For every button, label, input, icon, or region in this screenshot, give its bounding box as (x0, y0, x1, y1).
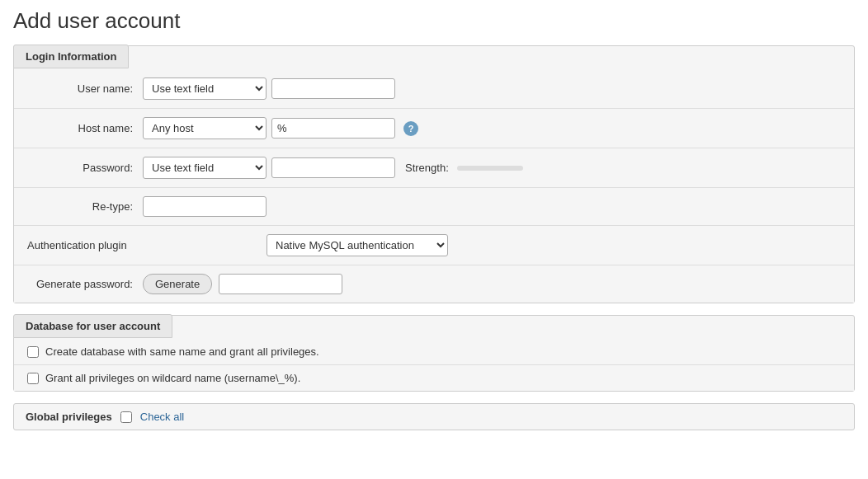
page-title: Add user account (13, 8, 855, 34)
generate-password-label: Generate password: (27, 278, 143, 290)
auth-plugin-select[interactable]: Native MySQL authentication SHA256 Passw… (267, 234, 448, 256)
hostname-input[interactable] (271, 118, 395, 139)
username-type-select[interactable]: Use text field Any user (143, 77, 267, 100)
password-label: Password: (27, 162, 143, 174)
retype-controls (143, 196, 841, 217)
hostname-controls: Any host Local Use text field ? (143, 117, 841, 139)
auth-plugin-row: Authentication plugin Native MySQL authe… (14, 226, 854, 265)
generated-password-input[interactable] (219, 274, 342, 294)
global-privileges-header: Global privileges Check all (14, 404, 854, 430)
check-all-label[interactable]: Check all (140, 411, 184, 423)
global-privileges-section: Global privileges Check all (13, 403, 855, 430)
global-privileges-title: Global privileges (26, 411, 112, 423)
generate-password-row: Generate password: Generate (14, 265, 854, 303)
generate-button[interactable]: Generate (143, 274, 212, 294)
username-row: User name: Use text field Any user (14, 69, 854, 109)
database-section: Database for user account Create databas… (13, 315, 855, 392)
username-label: User name: (27, 82, 143, 95)
login-section-content: User name: Use text field Any user Host … (14, 69, 854, 303)
username-controls: Use text field Any user (143, 77, 841, 100)
grant-wildcard-checkbox[interactable] (27, 373, 39, 384)
strength-label: Strength: (405, 162, 449, 174)
hostname-info-icon[interactable]: ? (403, 121, 418, 136)
password-type-select[interactable]: Use text field No Password (143, 157, 267, 179)
database-section-header: Database for user account (13, 314, 172, 338)
create-database-label: Create database with same name and grant… (45, 345, 319, 358)
password-input[interactable] (271, 157, 395, 178)
retype-row: Re-type: (14, 188, 854, 226)
hostname-type-select[interactable]: Any host Local Use text field (143, 117, 267, 139)
login-information-header: Login Information (13, 45, 129, 68)
strength-bar (457, 166, 523, 171)
hostname-label: Host name: (27, 122, 143, 134)
login-information-section: Login Information User name: Use text fi… (13, 45, 855, 303)
grant-wildcard-label: Grant all privileges on wildcard name (u… (45, 372, 300, 384)
check-all-checkbox[interactable] (120, 411, 132, 423)
retype-label: Re-type: (27, 200, 143, 213)
username-input[interactable] (271, 78, 395, 99)
password-row: Password: Use text field No Password Str… (14, 148, 854, 188)
generate-controls: Generate (143, 274, 342, 294)
hostname-row: Host name: Any host Local Use text field… (14, 109, 854, 148)
retype-input[interactable] (143, 196, 267, 217)
password-controls: Use text field No Password Strength: (143, 157, 841, 179)
grant-wildcard-row: Grant all privileges on wildcard name (u… (14, 365, 854, 391)
database-section-content: Create database with same name and grant… (14, 339, 854, 391)
create-database-checkbox[interactable] (27, 346, 39, 358)
auth-plugin-label: Authentication plugin (27, 239, 267, 251)
create-database-row: Create database with same name and grant… (14, 339, 854, 365)
